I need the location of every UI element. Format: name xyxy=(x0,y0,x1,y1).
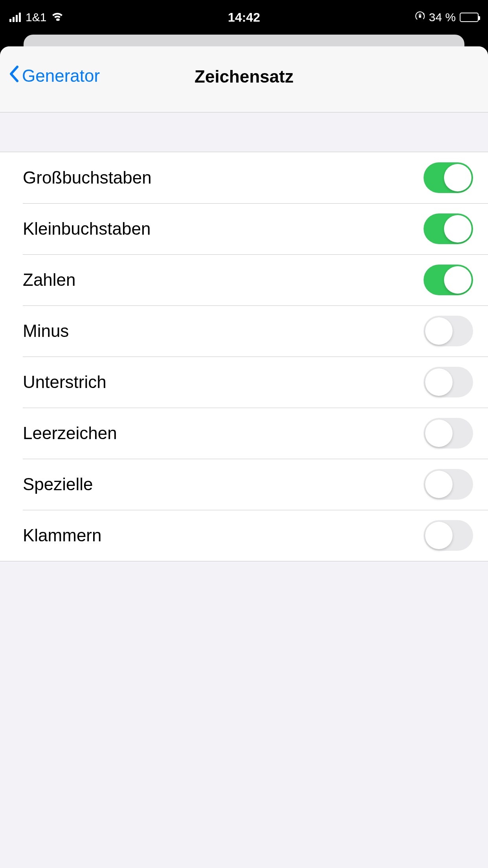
character-set-list: Großbuchstaben Kleinbuchstaben Zahlen Mi… xyxy=(0,152,488,561)
status-right: 34 % xyxy=(415,11,479,24)
battery-percent-label: 34 % xyxy=(429,11,456,24)
navigation-bar: Generator Zeichensatz xyxy=(0,46,488,112)
row-label: Kleinbuchstaben xyxy=(23,219,150,239)
page-title: Zeichensatz xyxy=(0,67,488,86)
carrier-label: 1&1 xyxy=(26,11,46,24)
battery-icon xyxy=(460,13,479,22)
toggle-special[interactable] xyxy=(424,469,473,500)
row-label: Klammern xyxy=(23,526,102,545)
row-underscore: Unterstrich xyxy=(0,357,488,408)
toggle-underscore[interactable] xyxy=(424,367,473,397)
row-special: Spezielle xyxy=(0,459,488,510)
orientation-lock-icon xyxy=(415,11,425,24)
row-minus: Minus xyxy=(0,305,488,357)
wifi-icon xyxy=(51,11,64,24)
row-label: Zahlen xyxy=(23,270,76,290)
row-space: Leerzeichen xyxy=(0,408,488,459)
row-label: Minus xyxy=(23,321,69,341)
settings-sheet: Generator Zeichensatz Großbuchstaben Kle… xyxy=(0,46,488,868)
svg-rect-2 xyxy=(419,15,421,18)
row-label: Spezielle xyxy=(23,474,93,494)
row-label: Großbuchstaben xyxy=(23,168,152,188)
row-uppercase: Großbuchstaben xyxy=(0,152,488,203)
toggle-digits[interactable] xyxy=(424,265,473,295)
toggle-lowercase[interactable] xyxy=(424,213,473,244)
status-left: 1&1 xyxy=(9,11,64,24)
status-bar: 1&1 14:42 34 % xyxy=(0,0,488,35)
row-brackets: Klammern xyxy=(0,510,488,561)
toggle-uppercase[interactable] xyxy=(424,162,473,193)
section-spacer xyxy=(0,112,488,152)
row-label: Leerzeichen xyxy=(23,423,117,443)
row-lowercase: Kleinbuchstaben xyxy=(0,203,488,254)
toggle-brackets[interactable] xyxy=(424,520,473,551)
svg-point-0 xyxy=(56,18,59,21)
toggle-minus[interactable] xyxy=(424,316,473,346)
cellular-signal-icon xyxy=(9,13,21,22)
row-label: Unterstrich xyxy=(23,372,106,392)
toggle-space[interactable] xyxy=(424,418,473,449)
row-digits: Zahlen xyxy=(0,254,488,305)
